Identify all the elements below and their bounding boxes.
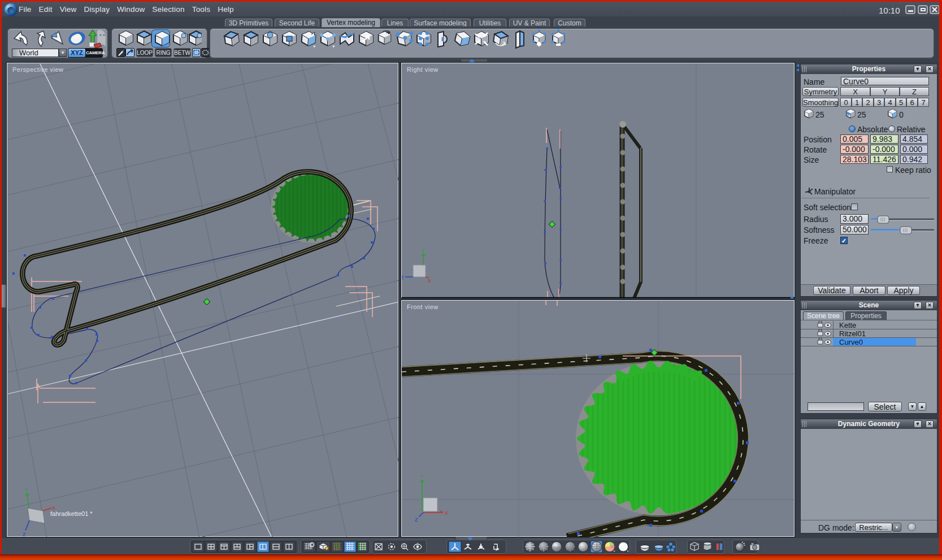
svg-text:Z: Z <box>23 532 26 537</box>
svg-text:Kette: Kette <box>839 321 856 329</box>
svg-text:Curve0: Curve0 <box>839 338 863 346</box>
svg-text:fahradkette01 *: fahradkette01 * <box>50 510 93 517</box>
svg-text:Z: Z <box>402 275 404 280</box>
svg-text:Y: Y <box>420 474 423 479</box>
svg-text:Z: Z <box>415 517 418 523</box>
svg-text:Ritzel01: Ritzel01 <box>839 329 866 338</box>
svg-text:X: X <box>445 510 448 516</box>
svg-text:X: X <box>428 278 431 284</box>
svg-text:Y: Y <box>421 248 424 254</box>
svg-text:Y: Y <box>24 487 28 493</box>
